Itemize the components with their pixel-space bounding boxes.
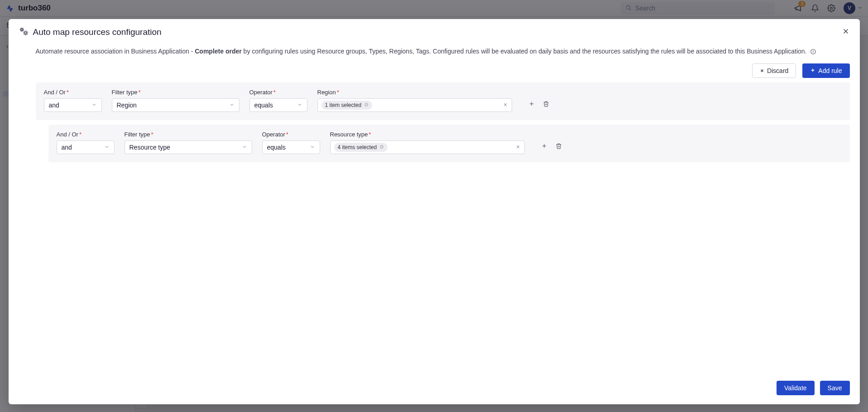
chevron-down-icon: [229, 102, 235, 109]
field-label: Operator*: [262, 131, 320, 138]
plus-icon: [810, 67, 815, 74]
clear-all-icon[interactable]: [515, 144, 521, 151]
field-label: Filter type*: [112, 89, 240, 96]
field-label: And / Or*: [44, 89, 102, 96]
validate-button[interactable]: Validate: [777, 381, 815, 395]
add-subrule-button[interactable]: [541, 143, 547, 150]
close-icon: [760, 67, 764, 74]
select-value: Resource type: [129, 144, 170, 151]
chevron-down-icon: [91, 102, 97, 109]
region-multiselect[interactable]: 1 item selected: [317, 98, 512, 112]
select-value: equals: [267, 144, 286, 151]
add-rule-button[interactable]: Add rule: [802, 63, 849, 78]
modal-overlay: Auto map resources configuration Automat…: [0, 0, 868, 412]
chip-label: 4 items selected: [338, 144, 377, 150]
delete-rule-button[interactable]: [556, 143, 562, 150]
select-value: equals: [254, 102, 273, 109]
chip-remove-icon[interactable]: [364, 102, 369, 108]
field-label: Resource type*: [330, 131, 525, 138]
selection-chip: 1 item selected: [321, 101, 373, 110]
svg-point-7: [24, 32, 27, 34]
and-or-select[interactable]: and: [57, 141, 115, 154]
discard-button[interactable]: Discard: [752, 63, 796, 78]
add-rule-label: Add rule: [818, 67, 842, 74]
chip-remove-icon[interactable]: [379, 144, 384, 150]
modal-description: Automate resource association in Busines…: [9, 41, 860, 57]
info-icon[interactable]: [810, 48, 816, 55]
delete-rule-button[interactable]: [543, 101, 549, 108]
clear-all-icon[interactable]: [503, 102, 508, 109]
select-value: and: [49, 102, 59, 109]
filter-type-select[interactable]: Resource type: [125, 141, 252, 154]
validate-label: Validate: [784, 384, 807, 392]
operator-select[interactable]: equals: [249, 98, 307, 112]
field-label: Region*: [317, 89, 512, 96]
save-label: Save: [828, 384, 842, 392]
desc-prefix: Automate resource association in Busines…: [36, 48, 195, 55]
chip-label: 1 item selected: [325, 102, 362, 108]
desc-appname: Complete order: [195, 48, 241, 55]
chevron-down-icon: [104, 144, 110, 151]
automap-modal: Auto map resources configuration Automat…: [9, 19, 860, 404]
rule-row: And / Or* and Filter type* Resource type…: [48, 125, 850, 162]
rule-row: And / Or* and Filter type* Region Operat…: [36, 82, 850, 120]
modal-title: Auto map resources configuration: [33, 27, 837, 37]
field-label: And / Or*: [57, 131, 115, 138]
select-value: and: [62, 144, 72, 151]
select-value: Region: [117, 102, 137, 109]
gears-icon: [19, 26, 29, 38]
discard-label: Discard: [767, 67, 788, 74]
chevron-down-icon: [310, 144, 315, 151]
field-label: Operator*: [249, 89, 307, 96]
chevron-down-icon: [297, 102, 302, 109]
selection-chip: 4 items selected: [334, 143, 388, 152]
rules-list: And / Or* and Filter type* Region Operat…: [9, 82, 860, 373]
and-or-select[interactable]: and: [44, 98, 102, 112]
field-label: Filter type*: [125, 131, 252, 138]
svg-point-6: [21, 29, 23, 30]
svg-point-12: [813, 51, 814, 51]
resource-type-multiselect[interactable]: 4 items selected: [330, 141, 525, 154]
save-button[interactable]: Save: [820, 381, 850, 395]
close-button[interactable]: [842, 27, 850, 37]
desc-suffix: by configuring rules using Resource grou…: [242, 48, 807, 55]
chevron-down-icon: [242, 144, 247, 151]
operator-select[interactable]: equals: [262, 141, 320, 154]
filter-type-select[interactable]: Region: [112, 98, 240, 112]
add-subrule-button[interactable]: [528, 101, 535, 108]
